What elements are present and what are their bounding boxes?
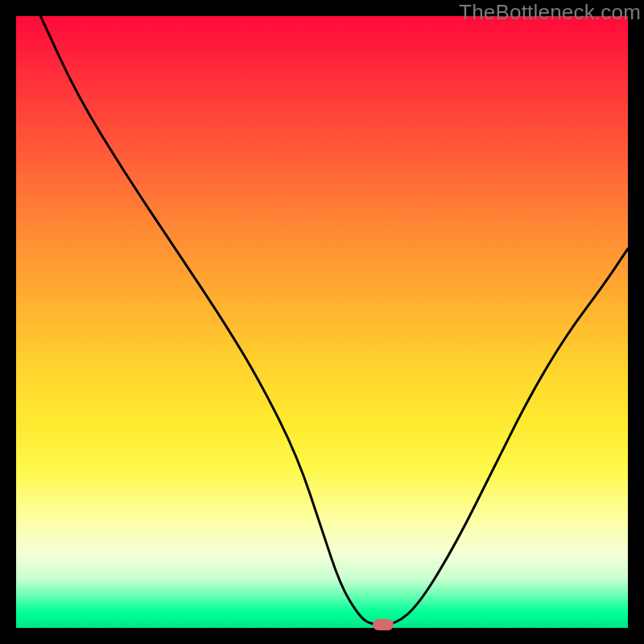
minimum-marker [373, 619, 394, 630]
chart-frame: TheBottleneck.com [0, 0, 644, 644]
bottleneck-curve [16, 16, 628, 628]
plot-area [16, 16, 628, 628]
watermark-text: TheBottleneck.com [459, 0, 641, 25]
